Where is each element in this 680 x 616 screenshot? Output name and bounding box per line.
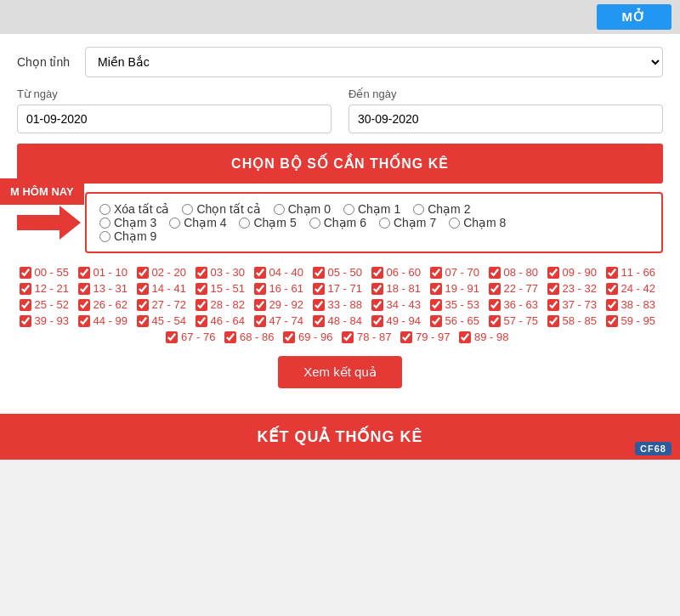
number-checkbox[interactable] xyxy=(430,299,442,311)
number-item[interactable]: 57 - 75 xyxy=(489,314,544,327)
number-checkbox[interactable] xyxy=(78,283,90,295)
number-checkbox[interactable] xyxy=(371,283,383,295)
radio-cham7[interactable] xyxy=(379,218,390,229)
number-item[interactable]: 37 - 73 xyxy=(547,298,603,311)
number-checkbox[interactable] xyxy=(489,299,501,311)
number-item[interactable]: 26 - 62 xyxy=(78,298,133,311)
number-checkbox[interactable] xyxy=(313,315,325,327)
number-checkbox[interactable] xyxy=(489,315,501,327)
number-checkbox[interactable] xyxy=(224,331,236,343)
tu-ngay-input[interactable] xyxy=(17,105,332,133)
number-checkbox[interactable] xyxy=(459,331,471,343)
number-item[interactable]: 47 - 74 xyxy=(254,314,309,327)
filter-cham5[interactable]: Chạm 5 xyxy=(239,216,296,229)
number-item[interactable]: 89 - 98 xyxy=(459,331,514,343)
number-item[interactable]: 23 - 32 xyxy=(547,282,603,295)
radio-cham1[interactable] xyxy=(343,204,354,215)
number-item[interactable]: 19 - 91 xyxy=(430,282,485,295)
filter-cham4[interactable]: Chạm 4 xyxy=(169,216,226,229)
number-item[interactable]: 04 - 40 xyxy=(254,266,309,279)
number-item[interactable]: 07 - 70 xyxy=(430,266,485,279)
number-checkbox[interactable] xyxy=(78,267,90,279)
number-checkbox[interactable] xyxy=(606,299,618,311)
number-checkbox[interactable] xyxy=(313,267,325,279)
number-item[interactable]: 13 - 31 xyxy=(78,282,133,295)
number-checkbox[interactable] xyxy=(547,267,559,279)
number-checkbox[interactable] xyxy=(20,283,31,295)
number-item[interactable]: 56 - 65 xyxy=(430,314,485,327)
number-checkbox[interactable] xyxy=(606,283,618,295)
number-item[interactable]: 18 - 81 xyxy=(371,282,427,295)
radio-cham3[interactable] xyxy=(99,218,110,229)
number-item[interactable]: 35 - 53 xyxy=(430,298,485,311)
number-checkbox[interactable] xyxy=(254,283,266,295)
number-item[interactable]: 78 - 87 xyxy=(342,331,397,343)
number-item[interactable]: 27 - 72 xyxy=(137,298,192,311)
filter-cham6[interactable]: Chạm 6 xyxy=(309,216,366,229)
number-checkbox[interactable] xyxy=(606,315,618,327)
radio-chon[interactable] xyxy=(182,204,193,215)
number-checkbox[interactable] xyxy=(254,315,266,327)
number-item[interactable]: 28 - 82 xyxy=(196,298,251,311)
filter-cham2[interactable]: Chạm 2 xyxy=(413,202,470,216)
number-checkbox[interactable] xyxy=(489,283,501,295)
filter-xoa[interactable]: Xóa tất cả xyxy=(99,202,169,216)
number-checkbox[interactable] xyxy=(196,267,207,279)
filter-cham1[interactable]: Chạm 1 xyxy=(343,202,400,216)
filter-cham8[interactable]: Chạm 8 xyxy=(449,216,506,229)
number-checkbox[interactable] xyxy=(371,315,383,327)
number-item[interactable]: 44 - 99 xyxy=(78,314,133,327)
number-checkbox[interactable] xyxy=(137,299,149,311)
number-checkbox[interactable] xyxy=(254,267,266,279)
number-checkbox[interactable] xyxy=(313,283,325,295)
number-checkbox[interactable] xyxy=(20,315,31,327)
number-checkbox[interactable] xyxy=(489,267,501,279)
number-checkbox[interactable] xyxy=(547,299,559,311)
number-checkbox[interactable] xyxy=(400,331,412,343)
number-item[interactable]: 09 - 90 xyxy=(547,266,603,279)
chon-bo-so-button[interactable]: CHỌN BỘ SỐ CẦN THỐNG KÊ xyxy=(17,144,663,184)
number-item[interactable]: 17 - 71 xyxy=(313,282,368,295)
number-checkbox[interactable] xyxy=(137,283,149,295)
number-checkbox[interactable] xyxy=(547,315,559,327)
number-checkbox[interactable] xyxy=(342,331,354,343)
number-item[interactable]: 34 - 43 xyxy=(371,298,427,311)
number-item[interactable]: 12 - 21 xyxy=(20,282,75,295)
number-item[interactable]: 58 - 85 xyxy=(547,314,603,327)
number-item[interactable]: 25 - 52 xyxy=(20,298,75,311)
filter-cham9[interactable]: Chạm 9 xyxy=(99,229,156,243)
radio-cham9[interactable] xyxy=(99,231,110,242)
number-item[interactable]: 68 - 86 xyxy=(224,331,280,343)
number-checkbox[interactable] xyxy=(196,283,207,295)
number-item[interactable]: 16 - 61 xyxy=(254,282,309,295)
number-checkbox[interactable] xyxy=(137,267,149,279)
filter-cham7[interactable]: Chạm 7 xyxy=(379,216,436,229)
den-ngay-input[interactable] xyxy=(348,105,663,133)
number-item[interactable]: 48 - 84 xyxy=(313,314,368,327)
number-item[interactable]: 15 - 51 xyxy=(196,282,251,295)
number-checkbox[interactable] xyxy=(137,315,149,327)
number-checkbox[interactable] xyxy=(430,283,442,295)
number-checkbox[interactable] xyxy=(254,299,266,311)
number-item[interactable]: 14 - 41 xyxy=(137,282,192,295)
number-item[interactable]: 49 - 94 xyxy=(371,314,427,327)
filter-chon[interactable]: Chọn tất cả xyxy=(182,202,260,216)
number-checkbox[interactable] xyxy=(606,267,618,279)
number-item[interactable]: 46 - 64 xyxy=(196,314,251,327)
number-item[interactable]: 36 - 63 xyxy=(489,298,544,311)
number-checkbox[interactable] xyxy=(78,315,90,327)
number-checkbox[interactable] xyxy=(313,299,325,311)
number-checkbox[interactable] xyxy=(78,299,90,311)
number-item[interactable]: 06 - 60 xyxy=(371,266,427,279)
number-checkbox[interactable] xyxy=(371,299,383,311)
radio-cham8[interactable] xyxy=(449,218,460,229)
number-item[interactable]: 38 - 83 xyxy=(606,298,661,311)
number-item[interactable]: 24 - 42 xyxy=(606,282,661,295)
number-item[interactable]: 08 - 80 xyxy=(489,266,544,279)
filter-cham3[interactable]: Chạm 3 xyxy=(99,216,156,229)
number-checkbox[interactable] xyxy=(196,299,207,311)
number-checkbox[interactable] xyxy=(196,315,207,327)
number-checkbox[interactable] xyxy=(20,299,31,311)
number-item[interactable]: 33 - 88 xyxy=(313,298,368,311)
xem-ket-qua-button[interactable]: Xem kết quả xyxy=(278,356,402,388)
